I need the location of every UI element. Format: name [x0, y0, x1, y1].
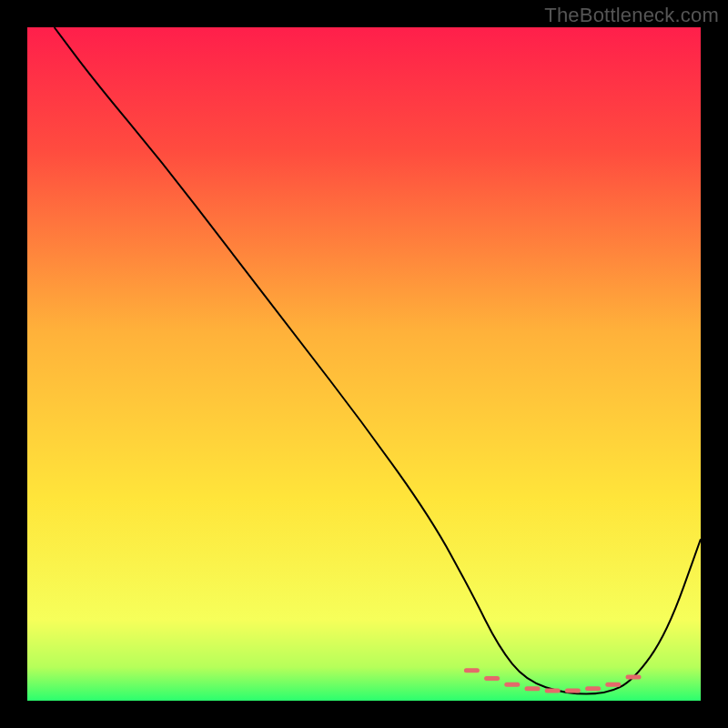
chart-frame: TheBottleneck.com [0, 0, 728, 728]
plot-area [27, 27, 701, 701]
watermark-source: TheBottleneck.com [544, 4, 719, 27]
optimal-zone-markers [466, 671, 639, 691]
bottleneck-curve [27, 27, 701, 701]
